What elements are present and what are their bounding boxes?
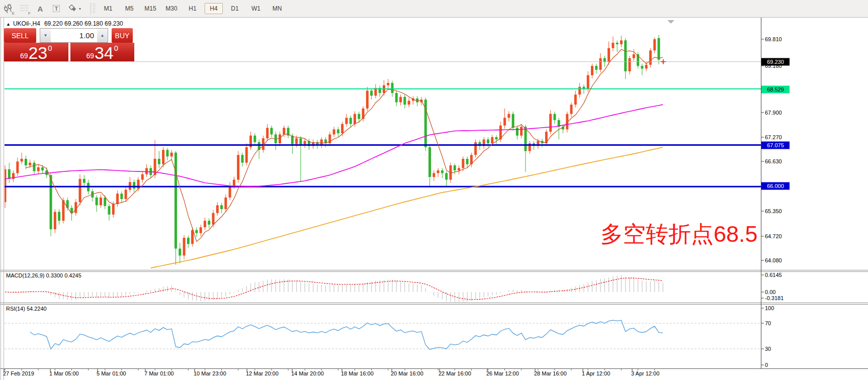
x-axis-label: 18 Mar 16:00 xyxy=(341,370,374,376)
rsi-series xyxy=(5,320,761,349)
y-axis-label: 67.900 xyxy=(765,110,782,116)
indicator-axis-label: 100 xyxy=(765,305,774,311)
tab-timeframe-m1[interactable]: M1 xyxy=(99,3,117,14)
x-axis-label: 1 Mar 05:00 xyxy=(49,370,79,376)
sell-price-button[interactable]: 69 23 0 xyxy=(4,43,68,61)
buy-button[interactable]: BUY xyxy=(112,28,133,43)
x-axis-label: 28 Mar 16:00 xyxy=(534,370,567,376)
rsi-label: RSI(14) 54.2240 xyxy=(6,306,47,312)
date-axis[interactable] xyxy=(0,368,868,380)
tab-timeframe-m5[interactable]: M5 xyxy=(120,3,138,14)
tab-timeframe-w1[interactable]: W1 xyxy=(247,3,265,14)
x-axis-label: 14 Mar 20:00 xyxy=(291,370,324,376)
x-axis-label: 26 Mar 12:00 xyxy=(486,370,519,376)
indicator-axis-label: 70 xyxy=(765,320,771,326)
indicators-candles-icon[interactable]: E xyxy=(2,3,14,15)
tab-timeframe-d1[interactable]: D1 xyxy=(226,3,244,14)
volume-decrease-button[interactable]: ▼ xyxy=(40,28,51,43)
indicator-axis-label: 0 xyxy=(765,362,768,368)
tab-timeframe-m30[interactable]: M30 xyxy=(162,3,181,14)
volume-increase-button[interactable]: ▲ xyxy=(97,28,108,43)
chart-title: ▲UKOil-,H469.220 69.260 69.180 69.230 xyxy=(6,20,123,27)
text-icon-glyph: A xyxy=(38,5,43,13)
y-axis-label: 64.080 xyxy=(765,257,782,263)
macd-label: MACD(12,26,9) 0.3300 0.4245 xyxy=(6,272,81,278)
buy-price-button[interactable]: 69 34 0 xyxy=(70,43,135,61)
ohlc-values: 69.220 69.260 69.180 69.230 xyxy=(44,20,123,27)
sell-price-point: 0 xyxy=(48,44,52,52)
arrows-glyph xyxy=(68,5,77,13)
tab-timeframe-mn[interactable]: MN xyxy=(268,3,286,14)
sell-price-base: 69 xyxy=(20,51,28,61)
mt4-window: E F A T ▼ M1M5M15M30H1H4D1W1MN xyxy=(0,0,868,380)
indicator-axis-label: 0.6145 xyxy=(765,272,782,278)
one-click-trading-panel: SELL ▼ ▲ BUY 69 23 0 69 34 0 xyxy=(4,28,134,61)
x-axis-label: 27 Feb 2019 xyxy=(3,370,34,376)
toolbar-drag-handle[interactable] xyxy=(93,3,96,14)
indicator-axis-label: 30 xyxy=(765,346,771,352)
x-axis-label: 3 Apr 12:00 xyxy=(631,370,659,376)
sell-price-pips: 23 xyxy=(28,45,47,61)
price-level-badge: 68.529 xyxy=(761,86,790,93)
y-axis-label: 69.810 xyxy=(765,36,782,42)
price-level-badge: 67.075 xyxy=(761,142,790,149)
buy-price-point: 0 xyxy=(114,44,118,52)
price-level-badge: 69.230 xyxy=(761,58,790,66)
macd-series xyxy=(5,275,663,303)
icon-sub-label: E xyxy=(12,11,15,16)
volume-control: ▼ ▲ xyxy=(40,28,108,43)
toolbar: E F A T ▼ M1M5M15M30H1H4D1W1MN xyxy=(0,0,868,18)
buy-price-pips: 34 xyxy=(95,45,114,61)
tab-timeframe-h1[interactable]: H1 xyxy=(184,3,202,14)
trade-controls-row: SELL ▼ ▲ BUY xyxy=(4,28,134,43)
icon-sub-label: F xyxy=(28,11,31,16)
y-axis-label: 64.720 xyxy=(765,233,782,239)
indicator-axis-label: -0.3181 xyxy=(765,295,784,301)
buy-price-base: 69 xyxy=(86,51,94,61)
x-axis-label: 22 Mar 16:00 xyxy=(439,370,471,376)
chevron-down-icon[interactable]: ▼ xyxy=(78,7,82,11)
volume-input[interactable] xyxy=(51,28,97,43)
grid-icon[interactable]: F xyxy=(18,3,30,15)
arrows-icon[interactable]: ▼ xyxy=(66,3,83,15)
indicator-axis-label: 0.00 xyxy=(765,289,775,295)
tab-timeframe-h4[interactable]: H4 xyxy=(205,3,223,14)
x-axis-label: 5 Mar 01:00 xyxy=(97,370,126,376)
symbol-marker-icon: ▲ xyxy=(6,22,11,27)
y-axis-label: 65.350 xyxy=(765,208,782,214)
symbol-period-label: UKOil-,H4 xyxy=(13,20,40,27)
x-axis-label: 7 Mar 01:00 xyxy=(144,370,174,376)
text-label-icon[interactable]: T xyxy=(50,3,62,15)
grid-glyph xyxy=(20,5,29,13)
x-axis-label: 10 Mar 23:00 xyxy=(194,370,226,376)
toolbar-separator xyxy=(91,3,91,15)
sell-button[interactable]: SELL xyxy=(4,28,36,43)
x-axis-label: 20 Mar 16:00 xyxy=(391,370,423,376)
x-axis-label: 12 Mar 20:00 xyxy=(246,370,279,376)
text-label-icon-glyph: T xyxy=(53,5,60,12)
x-axis-label: 1 Apr 12:00 xyxy=(582,370,610,376)
timeframe-group: M1M5M15M30H1H4D1W1MN xyxy=(98,3,288,14)
chart-annotation-text: 多空转折点68.5 xyxy=(600,219,758,249)
trade-prices-row: 69 23 0 69 34 0 xyxy=(4,43,134,61)
price-axis[interactable] xyxy=(761,18,868,368)
tab-timeframe-m15[interactable]: M15 xyxy=(141,3,159,14)
y-axis-label: 66.630 xyxy=(765,158,782,164)
text-icon[interactable]: A xyxy=(34,3,46,15)
y-axis-label: 67.270 xyxy=(765,134,782,140)
price-level-badge: 66.000 xyxy=(761,182,790,190)
